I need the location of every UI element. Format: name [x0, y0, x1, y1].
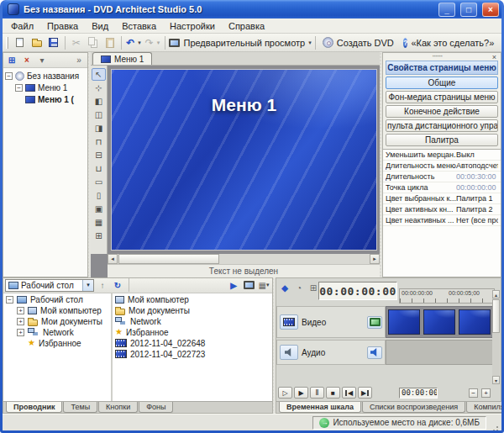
save-project-button[interactable] — [45, 34, 62, 51]
new-project-button[interactable] — [12, 34, 29, 51]
selection-tool-button[interactable]: ↖ — [92, 68, 106, 81]
video-thumbnail[interactable] — [423, 309, 455, 335]
how-to-button[interactable]: ?«Как это сделать?» — [397, 34, 500, 51]
list-item-favorites[interactable]: ★Избранное — [113, 327, 272, 338]
menu-options[interactable]: Настройки — [163, 20, 222, 32]
menu-edit[interactable]: Правка — [40, 20, 85, 32]
scrollbar-thumb[interactable] — [118, 254, 219, 264]
delete-item-button[interactable]: × — [20, 54, 34, 66]
list-item-network[interactable]: Network — [113, 316, 272, 327]
pause-button[interactable]: Ⅱ — [310, 387, 324, 399]
timecode-display[interactable]: 00:00:00:00 — [318, 282, 397, 300]
list-item-my-computer[interactable]: Мой компьютер — [113, 294, 272, 305]
stop-button[interactable]: ■ — [326, 387, 340, 399]
menu-file[interactable]: Файл — [4, 20, 40, 32]
scroll-left-icon[interactable]: ◂ — [108, 254, 118, 264]
combobox-arrow-icon[interactable]: ▾ — [82, 280, 93, 291]
tree-item-favorites[interactable]: ★ Избранное — [3, 338, 111, 349]
go-to-end-button[interactable]: ▶ — [358, 387, 372, 399]
same-height-button[interactable]: ▯ — [92, 189, 106, 202]
views-button[interactable]: ▦▾ — [257, 279, 270, 292]
timeline-ruler[interactable]: 00:00:00:00 00:00:05;00 — [399, 288, 495, 304]
list-item-image-file[interactable]: 2012-11-04_022648 — [113, 338, 272, 349]
audio-track-header[interactable]: Аудио — [276, 340, 386, 365]
redo-button[interactable]: ↷▾ — [143, 34, 161, 51]
add-to-project-button[interactable] — [242, 279, 255, 292]
align-top-button[interactable]: ⊓ — [92, 135, 106, 148]
resize-grip[interactable] — [488, 416, 500, 430]
properties-tab-background-media[interactable]: Фон-медиа страницы меню — [386, 91, 498, 103]
preview-button[interactable]: Предварительный просмотр▾ — [168, 34, 313, 51]
collapse-icon[interactable]: − — [15, 84, 23, 92]
play-button[interactable]: ▶ — [294, 387, 308, 399]
align-bottom-button[interactable]: ⊔ — [92, 162, 106, 175]
video-monitor-button[interactable] — [367, 316, 382, 329]
folder-up-button[interactable]: ↑ — [96, 279, 109, 292]
marker-button[interactable]: ◆ — [278, 282, 291, 294]
video-track-header[interactable]: Видео — [276, 306, 386, 338]
insert-menu-button[interactable]: ⊞ — [5, 54, 18, 66]
snap-grid-button[interactable]: ▦ — [92, 216, 106, 229]
copy-button[interactable] — [85, 34, 102, 51]
tab-timeline[interactable]: Временная шкала — [279, 402, 361, 413]
canvas-horizontal-scrollbar[interactable]: ◂ ▸ — [108, 254, 380, 264]
collapse-icon[interactable]: − — [6, 296, 13, 304]
location-combobox[interactable]: Рабочий стол ▾ — [5, 279, 94, 292]
close-button[interactable]: × — [482, 3, 499, 17]
expand-icon[interactable]: + — [17, 329, 24, 336]
list-item-my-documents[interactable]: Мои документы — [113, 305, 272, 316]
tree-item-desktop[interactable]: − Рабочий стол — [3, 294, 111, 305]
tab-menu1[interactable]: Меню 1 — [92, 52, 152, 65]
tab-backgrounds[interactable]: Фоны — [139, 402, 173, 413]
expand-icon[interactable]: + — [17, 318, 24, 325]
toolbar-grip[interactable] — [6, 37, 8, 49]
align-right-button[interactable]: ◨ — [92, 122, 106, 135]
loop-region-button[interactable]: ◔ — [292, 282, 306, 294]
tab-playlists[interactable]: Списки воспроизведения — [362, 402, 465, 413]
tab-explorer[interactable]: Проводник — [6, 402, 62, 413]
collapse-icon[interactable]: − — [5, 72, 13, 80]
scroll-up-icon[interactable]: ▴ — [492, 290, 500, 298]
tree-item-my-computer[interactable]: + Мой компьютер — [3, 305, 111, 316]
tab-themes[interactable]: Темы — [63, 402, 97, 413]
menu-insert[interactable]: Вставка — [115, 20, 163, 32]
tab-compilation[interactable]: Компиляция — [466, 402, 501, 413]
video-track-button[interactable] — [280, 314, 298, 330]
tree-item-my-documents[interactable]: + Мои документы — [3, 316, 111, 327]
scroll-down-icon[interactable]: ▾ — [492, 376, 500, 384]
scrollbar-thumb[interactable] — [492, 299, 500, 333]
same-width-button[interactable]: ▭ — [92, 176, 106, 188]
menu-title-text[interactable]: Меню 1 — [112, 95, 376, 115]
maximize-button[interactable]: □ — [460, 3, 477, 17]
properties-tab-palette[interactable]: Палитра — [386, 134, 498, 146]
refresh-button[interactable]: ↻ — [111, 279, 124, 292]
play-all-button[interactable]: ▷ — [278, 387, 292, 399]
align-left-button[interactable]: ◧ — [92, 95, 106, 108]
panel-close-button[interactable]: × — [490, 53, 499, 61]
make-dvd-button[interactable]: Создать DVD — [318, 34, 397, 51]
video-track[interactable] — [386, 306, 495, 338]
list-item-image-file[interactable]: 2012-11-04_022723 — [113, 349, 272, 360]
go-to-start-button[interactable]: ◀ — [342, 387, 356, 399]
align-middle-button[interactable]: ⊟ — [92, 149, 106, 161]
transport-timecode[interactable]: 00:00:00:00 — [399, 388, 438, 399]
video-thumbnail[interactable] — [388, 309, 420, 335]
properties-tab-general[interactable]: Общие — [386, 77, 498, 89]
video-thumbnail[interactable] — [459, 309, 491, 335]
tree-item-project-root[interactable]: − Без названия — [3, 70, 87, 82]
tab-buttons[interactable]: Кнопки — [98, 402, 138, 413]
properties-tab-remote-buttons[interactable]: Кнопки пульта дистанционного управления — [386, 119, 498, 132]
undo-button[interactable]: ↶▾ — [124, 34, 143, 51]
paste-button[interactable] — [102, 34, 118, 51]
snap-safe-area-button[interactable]: ⊞ — [92, 230, 106, 242]
audio-track[interactable] — [386, 340, 495, 365]
zoom-in-button[interactable]: + — [481, 388, 491, 398]
audio-track-button[interactable] — [280, 345, 298, 360]
minimize-button[interactable]: _ — [438, 3, 455, 17]
properties-tab-end-action[interactable]: Конечное действие — [386, 105, 498, 118]
panel-grip[interactable]: ······ × — [383, 53, 501, 61]
menu-canvas[interactable]: Меню 1 — [111, 69, 377, 251]
same-size-button[interactable]: ▣ — [92, 203, 106, 215]
scroll-right-icon[interactable]: ▸ — [370, 254, 380, 264]
sizing-tool-button[interactable]: ⊹ — [92, 82, 106, 94]
